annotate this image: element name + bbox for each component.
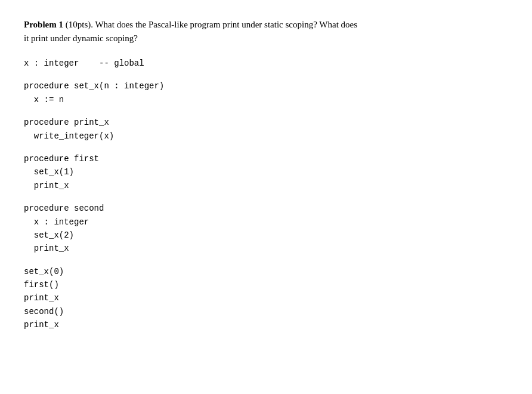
problem-question-line2: it print under dynamic scoping?: [24, 33, 138, 43]
problem-points: (10pts).: [66, 20, 93, 29]
main-line2: first(): [24, 278, 508, 291]
problem-title: Problem 1 (10pts). What does the Pascal-…: [24, 18, 508, 45]
proc-second-body1: set_x(2): [24, 229, 508, 242]
proc-second-decl: procedure second: [24, 202, 508, 215]
main-line4: second(): [24, 305, 508, 318]
proc-first-body1: set_x(1): [24, 165, 508, 178]
proc-set-x-decl: procedure set_x(n : integer): [24, 79, 508, 93]
main-line5: print_x: [24, 318, 508, 331]
code-block: x : integer -- global procedure set_x(n …: [24, 57, 508, 332]
proc-print-x-decl: procedure print_x: [24, 116, 508, 129]
problem-number: Problem 1: [24, 20, 63, 29]
proc-print-x-group: procedure print_x write_integer(x): [24, 116, 508, 143]
problem-question-line1: What does the Pascal-like program print …: [95, 20, 357, 29]
proc-first-body2: print_x: [24, 179, 508, 192]
proc-first-group: procedure first set_x(1) print_x: [24, 152, 508, 192]
global-var-line: x : integer -- global: [24, 57, 508, 70]
proc-second-group: procedure second x : integer set_x(2) pr…: [24, 202, 508, 256]
proc-set-x-group: procedure set_x(n : integer) x := n: [24, 79, 508, 106]
problem-section: Problem 1 (10pts). What does the Pascal-…: [24, 18, 508, 332]
proc-first-decl: procedure first: [24, 152, 508, 165]
global-var-group: x : integer -- global: [24, 57, 508, 70]
proc-set-x-body: x := n: [24, 93, 508, 106]
main-group: set_x(0) first() print_x second() print_…: [24, 265, 508, 332]
proc-second-var: x : integer: [24, 216, 508, 229]
proc-print-x-body: write_integer(x): [24, 130, 508, 143]
main-line1: set_x(0): [24, 265, 508, 278]
proc-second-body2: print_x: [24, 242, 508, 255]
main-line3: print_x: [24, 291, 508, 304]
